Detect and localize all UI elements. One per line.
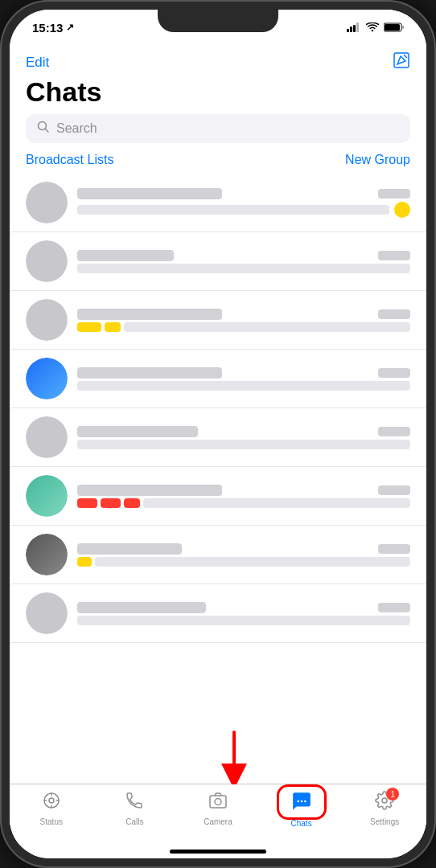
list-item[interactable] bbox=[10, 526, 426, 584]
chat-message-highlight2 bbox=[105, 322, 121, 332]
chat-name bbox=[77, 543, 182, 555]
svg-rect-1 bbox=[350, 27, 352, 32]
avatar bbox=[26, 416, 68, 458]
list-item[interactable] bbox=[10, 291, 426, 350]
svg-point-18 bbox=[297, 800, 299, 803]
wifi-icon bbox=[366, 23, 379, 32]
chats-tab-wrap bbox=[291, 791, 312, 817]
chat-content bbox=[77, 602, 410, 625]
svg-point-20 bbox=[304, 800, 306, 803]
chat-content bbox=[77, 188, 410, 218]
status-icons bbox=[347, 23, 404, 32]
tab-status[interactable]: Status bbox=[10, 791, 93, 826]
chat-name bbox=[77, 309, 222, 320]
svg-point-19 bbox=[300, 800, 302, 803]
tab-calls-label: Calls bbox=[125, 817, 143, 826]
status-time: 15:13 ↗ bbox=[32, 21, 74, 35]
tab-chats[interactable]: Chats bbox=[260, 791, 343, 828]
search-placeholder: Search bbox=[56, 121, 97, 136]
clock: 15:13 bbox=[32, 21, 63, 35]
chat-message bbox=[77, 205, 389, 215]
battery-icon bbox=[384, 23, 404, 32]
chat-time bbox=[378, 485, 410, 495]
tab-camera[interactable]: Camera bbox=[176, 791, 260, 826]
svg-point-21 bbox=[382, 798, 387, 803]
list-item[interactable] bbox=[10, 350, 426, 408]
chat-content bbox=[77, 426, 410, 449]
svg-rect-3 bbox=[356, 23, 359, 32]
chat-message-highlight bbox=[77, 322, 101, 332]
notch bbox=[158, 10, 278, 32]
chat-time bbox=[378, 544, 410, 554]
chat-content bbox=[77, 250, 410, 273]
svg-rect-2 bbox=[353, 25, 356, 32]
list-item[interactable] bbox=[10, 584, 426, 643]
chat-message-highlight-red3 bbox=[124, 498, 140, 508]
svg-point-11 bbox=[49, 798, 54, 803]
chat-list bbox=[10, 174, 426, 784]
chat-message bbox=[77, 264, 410, 273]
svg-rect-5 bbox=[385, 24, 400, 31]
tab-status-label: Status bbox=[40, 817, 63, 826]
list-item[interactable] bbox=[10, 232, 426, 291]
avatar bbox=[26, 240, 68, 282]
chat-message bbox=[77, 381, 410, 391]
nav-bar: Edit bbox=[10, 45, 426, 76]
chat-message bbox=[77, 616, 410, 625]
chat-message bbox=[95, 557, 410, 567]
list-item[interactable] bbox=[10, 408, 426, 467]
settings-badge: 1 bbox=[386, 788, 399, 800]
svg-line-9 bbox=[46, 129, 49, 133]
chat-message-highlight-red2 bbox=[101, 498, 121, 508]
location-icon: ↗ bbox=[66, 22, 74, 33]
compose-button[interactable] bbox=[393, 51, 410, 73]
chat-time bbox=[378, 368, 410, 378]
chat-name bbox=[77, 188, 222, 199]
list-item[interactable] bbox=[10, 174, 426, 232]
chat-time bbox=[378, 309, 410, 319]
tab-camera-label: Camera bbox=[204, 817, 232, 826]
chat-content bbox=[77, 485, 410, 508]
tab-chats-label: Chats bbox=[291, 819, 312, 828]
search-icon bbox=[37, 121, 50, 137]
tab-settings[interactable]: 1 Settings bbox=[343, 791, 426, 826]
tab-bar: Status Calls bbox=[10, 784, 426, 850]
avatar bbox=[26, 182, 68, 223]
svg-rect-6 bbox=[402, 26, 404, 29]
tab-calls[interactable]: Calls bbox=[93, 791, 177, 826]
chat-name bbox=[77, 485, 222, 496]
chat-content bbox=[77, 367, 410, 391]
chat-time bbox=[378, 427, 410, 436]
unread-badge bbox=[394, 202, 410, 218]
filter-row: Broadcast Lists New Group bbox=[10, 153, 426, 174]
chat-time bbox=[378, 251, 410, 260]
chat-message bbox=[124, 322, 410, 332]
chat-name bbox=[77, 367, 222, 379]
chats-icon bbox=[291, 791, 312, 817]
chat-message bbox=[77, 440, 410, 449]
edit-button[interactable]: Edit bbox=[26, 55, 49, 71]
chat-name bbox=[77, 602, 206, 613]
calls-icon bbox=[125, 791, 144, 815]
avatar bbox=[26, 358, 68, 399]
broadcast-lists-button[interactable]: Broadcast Lists bbox=[26, 153, 113, 167]
signal-icon bbox=[347, 23, 361, 32]
settings-icon-wrap: 1 bbox=[375, 791, 394, 815]
chat-message-highlight-red bbox=[77, 498, 97, 508]
svg-point-17 bbox=[215, 799, 221, 805]
chat-name bbox=[77, 426, 198, 437]
avatar bbox=[26, 592, 68, 634]
new-group-button[interactable]: New Group bbox=[345, 153, 410, 167]
chat-content bbox=[77, 543, 410, 567]
status-bar: 15:13 ↗ bbox=[10, 10, 426, 45]
search-bar[interactable]: Search bbox=[26, 114, 410, 143]
svg-rect-0 bbox=[347, 29, 349, 32]
avatar bbox=[26, 475, 68, 517]
chat-content bbox=[77, 309, 410, 332]
status-icon bbox=[42, 791, 61, 815]
home-indicator bbox=[170, 850, 266, 854]
tab-settings-label: Settings bbox=[370, 817, 399, 826]
list-item[interactable] bbox=[10, 467, 426, 526]
chat-message-highlight bbox=[77, 557, 92, 567]
page-title: Chats bbox=[10, 76, 426, 114]
